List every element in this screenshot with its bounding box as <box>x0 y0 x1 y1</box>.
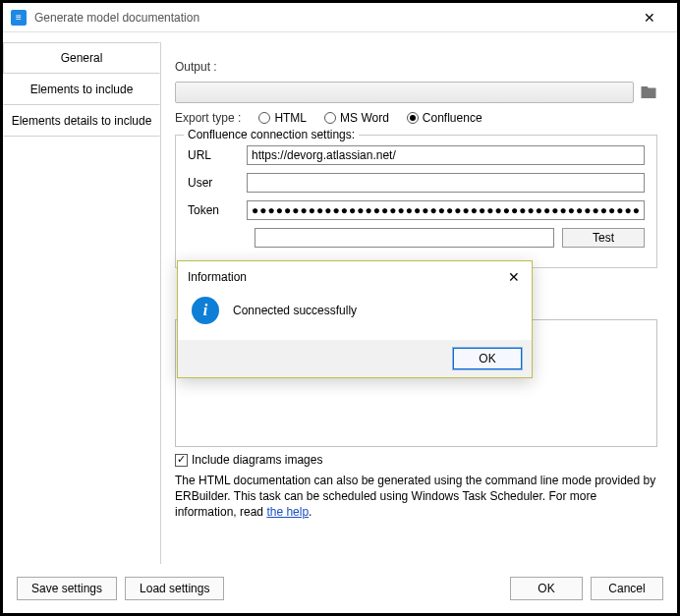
confluence-group-title: Confluence connection settings: <box>184 128 359 141</box>
help-link[interactable]: the help <box>266 505 309 519</box>
user-label: User <box>188 176 247 190</box>
help-before: The HTML documentation can also be gener… <box>175 474 655 519</box>
dialog-titlebar: Information ✕ <box>178 261 532 291</box>
radio-html[interactable]: HTML <box>258 111 307 125</box>
include-images-checkbox[interactable] <box>175 454 188 467</box>
dialog-title: Information <box>188 270 247 284</box>
close-icon[interactable]: ✕ <box>630 4 669 31</box>
dialog-message: Connected successfully <box>233 304 357 317</box>
tab-elements[interactable]: Elements to include <box>3 74 160 105</box>
confluence-settings-group: Confluence connection settings: URL User… <box>175 135 657 268</box>
window-title: Generate model documentation <box>34 11 630 25</box>
folder-browse-icon[interactable] <box>640 84 657 101</box>
radio-circle-icon <box>258 112 270 124</box>
export-type-label: Export type : <box>175 111 241 125</box>
info-icon: i <box>192 297 219 324</box>
user-input[interactable] <box>247 173 645 193</box>
footer-bar: Save settings Load settings OK Cancel <box>3 564 677 613</box>
token-input[interactable] <box>247 200 645 220</box>
test-button[interactable]: Test <box>562 228 645 248</box>
titlebar: ≡ Generate model documentation ✕ <box>3 3 677 32</box>
url-input[interactable] <box>247 145 645 165</box>
include-images-label: Include diagrams images <box>192 453 322 467</box>
app-icon: ≡ <box>11 10 27 26</box>
radio-msword[interactable]: MS Word <box>324 111 389 125</box>
output-label: Output : <box>175 60 217 74</box>
radio-confluence[interactable]: Confluence <box>407 111 482 125</box>
radio-confluence-label: Confluence <box>423 111 482 125</box>
left-tabs: General Elements to include Elements det… <box>3 42 160 137</box>
tab-details[interactable]: Elements details to include <box>3 105 160 137</box>
help-after: . <box>309 505 312 519</box>
tab-general[interactable]: General <box>3 42 160 74</box>
dialog-ok-button[interactable]: OK <box>453 348 522 369</box>
radio-html-label: HTML <box>274 111 307 125</box>
radio-circle-icon <box>407 112 419 124</box>
space-input[interactable] <box>255 228 554 248</box>
cancel-button[interactable]: Cancel <box>591 577 663 600</box>
dialog-close-icon[interactable]: ✕ <box>504 267 524 287</box>
token-label: Token <box>188 203 247 217</box>
include-images-row: Include diagrams images <box>175 453 657 467</box>
save-settings-button[interactable]: Save settings <box>17 577 117 600</box>
load-settings-button[interactable]: Load settings <box>125 577 224 600</box>
help-text: The HTML documentation can also be gener… <box>175 473 657 521</box>
url-label: URL <box>188 148 247 162</box>
info-dialog: Information ✕ i Connected successfully O… <box>177 260 533 378</box>
export-type-row: Export type : HTML MS Word Confluence <box>175 111 657 125</box>
radio-msword-label: MS Word <box>340 111 389 125</box>
ok-button[interactable]: OK <box>510 577 583 600</box>
radio-circle-icon <box>324 112 336 124</box>
output-path-field[interactable] <box>175 82 634 103</box>
